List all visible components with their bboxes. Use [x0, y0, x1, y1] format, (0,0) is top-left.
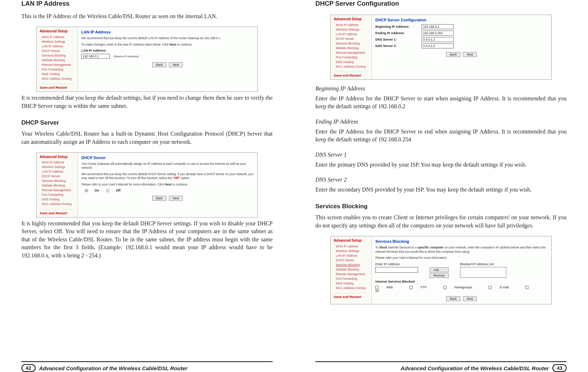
checkbox-web[interactable]: Web: [375, 285, 401, 289]
checkbox-newsgroups[interactable]: Newsgroups: [443, 285, 480, 289]
sidebar-item[interactable]: Website Blocking: [334, 267, 368, 272]
sidebar-item[interactable]: DHCP Server: [40, 48, 74, 53]
next-button[interactable]: Next: [169, 62, 183, 67]
body-text: Enter the secondary DNS provided by your…: [315, 186, 567, 194]
sidebar-item[interactable]: Services Blocking: [40, 179, 74, 183]
page-footer: Advanced Configuration of the Wireless C…: [315, 361, 567, 372]
page-number: 42: [21, 364, 36, 372]
sidebar-item[interactable]: WAN IP Address: [40, 160, 74, 165]
next-button[interactable]: Next: [463, 52, 477, 57]
body-text: This screen enables you to create Client…: [315, 214, 567, 230]
add-button[interactable]: Add: [429, 267, 449, 272]
next-button[interactable]: Next: [463, 296, 477, 301]
sidebar-item[interactable]: MAC Address Cloning: [40, 76, 74, 81]
sidebar-save-restart[interactable]: Save and Restart: [334, 293, 368, 299]
sidebar-item[interactable]: Port Forwarding: [334, 276, 368, 281]
back-button[interactable]: Back: [446, 296, 461, 301]
checkbox-icon: [443, 286, 447, 289]
heading-services-blocking: Services Blocking: [315, 203, 567, 210]
panel-title: Services Blocking: [375, 239, 547, 243]
page-footer: 42 Advanced Configuration of the Wireles…: [21, 361, 273, 372]
sidebar-list: WAN IP Address Wireless Settings LAN IP …: [334, 22, 368, 69]
sidebar-save-restart[interactable]: Save and Restart: [40, 209, 74, 215]
remove-button[interactable]: Remove: [429, 273, 449, 278]
sidebar-item[interactable]: DMZ Hosting: [40, 197, 74, 202]
sidebar-item[interactable]: Wireless Settings: [40, 165, 74, 169]
sidebar-item[interactable]: Remote Management: [40, 62, 74, 67]
sidebar-item[interactable]: WAN IP Address: [40, 35, 74, 39]
screenshot-main: DHCP Server Your Home Gateway will autom…: [78, 153, 257, 217]
checkbox-email[interactable]: E-mail: [489, 285, 517, 289]
sidebar-item[interactable]: MAC Address Cloning: [334, 64, 368, 69]
sidebar-item[interactable]: Website Blocking: [40, 183, 74, 188]
panel-title: DHCP Server: [81, 156, 253, 160]
sidebar-item[interactable]: Website Blocking: [40, 58, 74, 62]
body-text: Enter the IP Address for the DHCP Server…: [315, 95, 567, 111]
sidebar-title: Advanced Setup: [334, 17, 368, 21]
next-button[interactable]: Next: [169, 196, 183, 201]
sidebar-item[interactable]: DMZ Hosting: [334, 59, 368, 64]
sidebar-item[interactable]: DHCP Server: [334, 258, 368, 262]
sidebar-item[interactable]: Services Blocking: [334, 41, 368, 46]
field-label: Blocked IP Address List:: [460, 262, 506, 266]
sidebar-item[interactable]: WAN IP Address: [334, 22, 368, 27]
config-row: DNS Server 1:0.0.0.1.2: [375, 37, 547, 42]
sidebar-save-restart[interactable]: Save and Restart: [40, 84, 74, 89]
page-42: LAN IP Address This is the IP Address of…: [21, 0, 273, 372]
sidebar-item[interactable]: Port Forwarding: [40, 193, 74, 197]
field-hint: (Device IP Address): [114, 55, 139, 58]
sidebar-item[interactable]: Services Blocking: [40, 53, 74, 58]
sidebar-item[interactable]: DMZ Hosting: [40, 72, 74, 76]
radio-on[interactable]: On: [85, 189, 99, 192]
sidebar-title: Advanced Setup: [334, 239, 368, 242]
sidebar-item[interactable]: Remote Management: [334, 50, 368, 55]
sidebar-item[interactable]: WAN IP Address: [334, 244, 368, 248]
back-button[interactable]: Back: [152, 196, 167, 201]
body-text: Enter the primary DNS provided by your I…: [315, 161, 567, 169]
back-button[interactable]: Back: [446, 52, 461, 57]
sidebar-item[interactable]: DHCP Server: [334, 36, 368, 41]
sb-ip-row: Enter IP Address: Add Remove Blocked IP …: [375, 262, 547, 278]
sidebar-item[interactable]: LAN IP Address: [40, 169, 74, 174]
sidebar-item[interactable]: MAC Address Cloning: [40, 202, 74, 206]
sidebar-item[interactable]: Wireless Settings: [334, 27, 368, 32]
sidebar-item[interactable]: DMZ Hosting: [334, 281, 368, 285]
enter-ip-input[interactable]: [375, 267, 418, 273]
panel-text: To block Internet Services to a specific…: [375, 246, 547, 254]
sidebar-item[interactable]: LAN IP Address: [40, 44, 74, 48]
subheading-beginning-ip: Beginning IP Address: [315, 85, 567, 92]
beginning-ip-input[interactable]: 192.168.0.2: [422, 24, 454, 29]
config-row: Beginning IP Address:192.168.0.2: [375, 24, 547, 29]
checkbox-icon: [409, 286, 413, 289]
back-button[interactable]: Back: [152, 62, 167, 67]
sidebar-item[interactable]: Port Forwarding: [334, 55, 368, 59]
sidebar-item[interactable]: LAN IP Address: [334, 253, 368, 258]
enter-ip-column: Enter IP Address:: [375, 262, 418, 273]
sidebar-item[interactable]: MAC Address Cloning: [334, 285, 368, 290]
sidebar-item[interactable]: Wireless Settings: [40, 39, 74, 44]
page-number: 43: [552, 364, 567, 372]
ending-ip-input[interactable]: 192.168.0.254: [422, 31, 454, 36]
sidebar-item[interactable]: Remote Management: [40, 188, 74, 193]
sidebar-item[interactable]: Remote Management: [334, 272, 368, 276]
sidebar-item[interactable]: LAN IP Address: [334, 32, 368, 36]
checkbox-ftp[interactable]: FTP: [409, 285, 434, 289]
field-label: DNS Server 1:: [375, 38, 422, 41]
sidebar-item[interactable]: Website Blocking: [334, 46, 368, 50]
page-43: DHCP Server Configuration Advanced Setup…: [315, 0, 567, 372]
sidebar-item[interactable]: Wireless Settings: [334, 248, 368, 253]
dns1-input[interactable]: 0.0.0.1.2: [422, 37, 454, 42]
sidebar-item[interactable]: DHCP Server: [40, 174, 74, 179]
sidebar-item[interactable]: Services Blocking: [334, 262, 368, 267]
screenshot-main: Services Blocking To block Internet Serv…: [372, 236, 551, 304]
radio-off[interactable]: Off: [106, 189, 120, 192]
sidebar-list: WAN IP Address Wireless Settings LAN IP …: [40, 160, 74, 206]
footer-title: Advanced Configuration of the Wireless C…: [39, 365, 187, 371]
sidebar-item[interactable]: Port Forwarding: [40, 67, 74, 72]
blocked-ip-list[interactable]: [460, 267, 506, 278]
lan-ip-input[interactable]: 192.168.0.1: [81, 54, 110, 59]
button-row: Back Next: [375, 296, 547, 301]
heading-lan-ip: LAN IP Address: [21, 0, 273, 7]
sidebar-save-restart[interactable]: Save and Restart: [334, 72, 368, 77]
dns2-input[interactable]: 0.0.0.2.2: [422, 43, 454, 48]
